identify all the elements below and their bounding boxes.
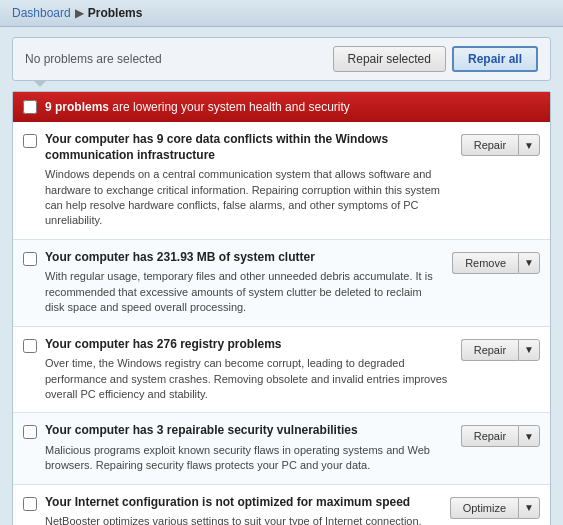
breadcrumb-link[interactable]: Dashboard (12, 6, 71, 20)
action-main-button-4[interactable]: Optimize (450, 497, 518, 519)
problem-desc-3: Malicious programs exploit known securit… (45, 443, 453, 474)
problems-count: 9 problems (45, 100, 109, 114)
main-content: No problems are selected Repair selected… (0, 27, 563, 525)
action-dropdown-button-0[interactable]: ▼ (518, 134, 540, 156)
problem-checkbox-1[interactable] (23, 252, 37, 266)
problem-title-3: Your computer has 3 repairable security … (45, 423, 453, 439)
status-text: No problems are selected (25, 52, 162, 66)
repair-selected-button[interactable]: Repair selected (333, 46, 446, 72)
problem-item: Your computer has 276 registry problems … (13, 327, 550, 414)
problem-text-0: Your computer has 9 core data conflicts … (45, 132, 453, 229)
action-dropdown-button-3[interactable]: ▼ (518, 425, 540, 447)
problems-list: Your computer has 9 core data conflicts … (13, 122, 550, 525)
problem-action-1: Remove ▼ (452, 252, 540, 274)
problem-checkbox-3[interactable] (23, 425, 37, 439)
problem-text-1: Your computer has 231.93 MB of system cl… (45, 250, 444, 316)
problem-item: Your computer has 231.93 MB of system cl… (13, 240, 550, 327)
problem-item: Your Internet configuration is not optim… (13, 485, 550, 525)
problem-item: Your computer has 9 core data conflicts … (13, 122, 550, 240)
problem-title-2: Your computer has 276 registry problems (45, 337, 453, 353)
problem-text-2: Your computer has 276 registry problems … (45, 337, 453, 403)
breadcrumb-separator: ▶ (75, 6, 84, 20)
problem-title-4: Your Internet configuration is not optim… (45, 495, 442, 511)
problem-desc-0: Windows depends on a central communicati… (45, 167, 453, 229)
problem-text-4: Your Internet configuration is not optim… (45, 495, 442, 525)
problem-checkbox-0[interactable] (23, 134, 37, 148)
problem-checkbox-2[interactable] (23, 339, 37, 353)
status-buttons: Repair selected Repair all (333, 46, 538, 72)
problem-action-0: Repair ▼ (461, 134, 540, 156)
problem-title-1: Your computer has 231.93 MB of system cl… (45, 250, 444, 266)
breadcrumb-bar: Dashboard ▶ Problems (0, 0, 563, 27)
problem-action-3: Repair ▼ (461, 425, 540, 447)
problems-header: 9 problems are lowering your system heal… (13, 92, 550, 122)
breadcrumb-current: Problems (88, 6, 143, 20)
problem-item: Your computer has 3 repairable security … (13, 413, 550, 484)
action-btn-group-1: Remove ▼ (452, 252, 540, 274)
action-btn-group-2: Repair ▼ (461, 339, 540, 361)
action-btn-group-3: Repair ▼ (461, 425, 540, 447)
action-main-button-0[interactable]: Repair (461, 134, 518, 156)
problem-checkbox-4[interactable] (23, 497, 37, 511)
problem-desc-1: With regular usage, temporary files and … (45, 269, 444, 315)
problems-container: 9 problems are lowering your system heal… (12, 91, 551, 525)
action-btn-group-0: Repair ▼ (461, 134, 540, 156)
problem-action-2: Repair ▼ (461, 339, 540, 361)
action-main-button-1[interactable]: Remove (452, 252, 518, 274)
problem-desc-2: Over time, the Windows registry can beco… (45, 356, 453, 402)
action-dropdown-button-1[interactable]: ▼ (518, 252, 540, 274)
action-btn-group-4: Optimize ▼ (450, 497, 540, 519)
problems-header-suffix: are lowering your system health and secu… (109, 100, 350, 114)
problem-text-3: Your computer has 3 repairable security … (45, 423, 453, 473)
action-main-button-3[interactable]: Repair (461, 425, 518, 447)
action-dropdown-button-4[interactable]: ▼ (518, 497, 540, 519)
repair-all-button[interactable]: Repair all (452, 46, 538, 72)
action-dropdown-button-2[interactable]: ▼ (518, 339, 540, 361)
problem-desc-4: NetBooster optimizes various settings to… (45, 514, 442, 525)
select-all-checkbox[interactable] (23, 100, 37, 114)
action-main-button-2[interactable]: Repair (461, 339, 518, 361)
problem-title-0: Your computer has 9 core data conflicts … (45, 132, 453, 163)
status-bar: No problems are selected Repair selected… (12, 37, 551, 81)
problem-action-4: Optimize ▼ (450, 497, 540, 519)
problems-header-text: 9 problems are lowering your system heal… (45, 100, 350, 114)
